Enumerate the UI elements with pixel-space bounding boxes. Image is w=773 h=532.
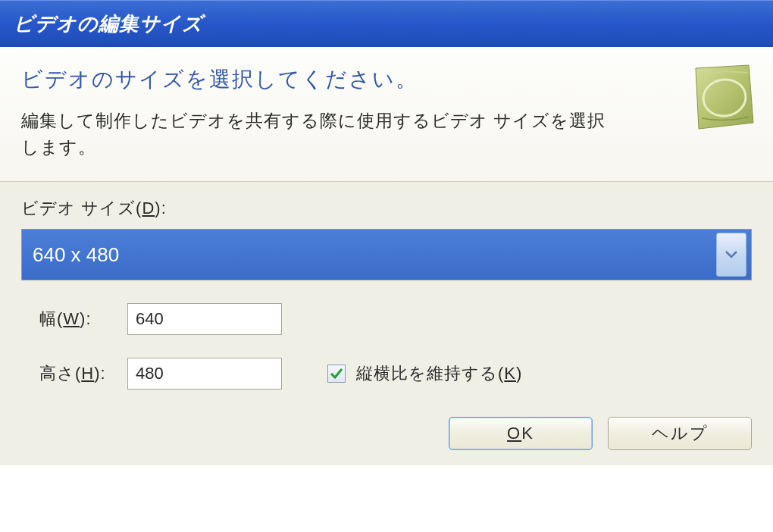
dropdown-value: 640 x 480 [33,243,716,267]
content-section: ビデオ サイズ(D): 640 x 480 幅(W): 高さ(H): 縦横 [0,182,773,465]
video-size-label: ビデオ サイズ(D): [21,197,752,220]
aspect-ratio-group: 縦横比を維持する(K) [327,362,522,385]
aspect-ratio-checkbox[interactable] [327,365,346,383]
video-icon [687,64,756,133]
help-button[interactable]: ヘルプ [608,417,752,450]
width-label: 幅(W): [21,308,127,330]
header-section: ビデオのサイズを選択してください。 編集して制作したビデオを共有する際に使用する… [0,47,773,182]
titlebar: ビデオの編集サイズ [0,0,773,47]
chevron-down-icon[interactable] [716,233,746,277]
video-size-dropdown[interactable]: 640 x 480 [21,229,752,280]
header-title: ビデオのサイズを選択してください。 [21,65,752,94]
titlebar-title: ビデオの編集サイズ [14,11,203,37]
button-row: OK ヘルプ [21,417,752,450]
width-input[interactable] [127,303,282,335]
header-description: 編集して制作したビデオを共有する際に使用するビデオ サイズを選択します。 [21,108,612,160]
aspect-ratio-label: 縦横比を維持する(K) [356,362,522,385]
height-row: 高さ(H): 縦横比を維持する(K) [21,358,752,390]
width-row: 幅(W): [21,303,752,335]
height-input[interactable] [127,358,282,390]
height-label: 高さ(H): [21,362,127,385]
ok-button[interactable]: OK [449,417,593,450]
